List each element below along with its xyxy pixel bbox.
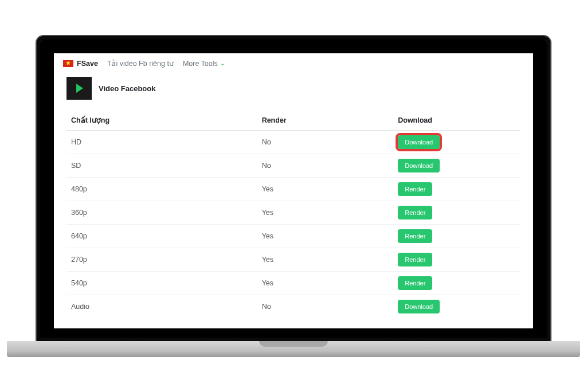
nav-link-more-label: More Tools bbox=[183, 60, 218, 68]
th-quality: Chất lượng bbox=[66, 110, 257, 131]
table-row: 540pYesRender bbox=[66, 272, 521, 295]
flag-icon: ★ bbox=[63, 60, 73, 67]
laptop-notch bbox=[259, 341, 328, 347]
cell-action: Render bbox=[393, 178, 521, 201]
play-icon bbox=[76, 84, 83, 93]
render-button[interactable]: Render bbox=[398, 253, 432, 266]
table-row: HDNoDownload bbox=[66, 131, 521, 154]
table-row: 360pYesRender bbox=[66, 201, 521, 225]
cell-render: Yes bbox=[257, 248, 394, 272]
cell-render: Yes bbox=[257, 201, 394, 225]
cell-quality: 540p bbox=[66, 272, 257, 295]
render-button[interactable]: Render bbox=[398, 182, 432, 196]
cell-quality: 270p bbox=[66, 248, 257, 272]
cell-action: Render bbox=[393, 225, 521, 248]
download-button[interactable]: Download bbox=[398, 159, 440, 173]
brand[interactable]: ★ FSave bbox=[63, 60, 98, 68]
laptop-bezel: ★ FSave Tải video Fb riêng tư More Tools… bbox=[36, 35, 551, 341]
table-row: SDNoDownload bbox=[66, 154, 521, 178]
nav-link-more-tools[interactable]: More Tools ⌄ bbox=[183, 60, 225, 68]
nav-link-private-video[interactable]: Tải video Fb riêng tư bbox=[107, 59, 174, 68]
video-title: Video Facebook bbox=[99, 84, 155, 93]
brand-label: FSave bbox=[77, 60, 98, 68]
cell-action: Download bbox=[393, 154, 521, 178]
cell-render: No bbox=[257, 295, 394, 319]
video-header: Video Facebook bbox=[66, 77, 521, 100]
cell-action: Render bbox=[393, 248, 521, 272]
laptop-frame: ★ FSave Tải video Fb riêng tư More Tools… bbox=[36, 35, 551, 357]
cell-action: Download bbox=[393, 131, 521, 154]
table-row: 480pYesRender bbox=[66, 178, 521, 201]
quality-table: Chất lượng Render Download HDNoDownloadS… bbox=[66, 110, 521, 318]
table-row: 270pYesRender bbox=[66, 248, 521, 272]
laptop-inner-bezel: ★ FSave Tải video Fb riêng tư More Tools… bbox=[40, 40, 547, 338]
screen-content: ★ FSave Tải video Fb riêng tư More Tools… bbox=[54, 53, 533, 328]
cell-quality: 480p bbox=[66, 178, 257, 201]
chevron-down-icon: ⌄ bbox=[220, 60, 225, 66]
render-button[interactable]: Render bbox=[398, 229, 432, 243]
cell-action: Download bbox=[393, 295, 521, 319]
video-thumbnail[interactable] bbox=[66, 77, 92, 100]
cell-action: Render bbox=[393, 201, 521, 225]
table-row: 640pYesRender bbox=[66, 225, 521, 248]
th-download: Download bbox=[393, 110, 521, 131]
cell-quality: HD bbox=[66, 131, 257, 154]
cell-render: No bbox=[257, 154, 394, 178]
navbar: ★ FSave Tải video Fb riêng tư More Tools… bbox=[54, 53, 533, 73]
download-button[interactable]: Download bbox=[398, 300, 440, 313]
cell-action: Render bbox=[393, 272, 521, 295]
cell-quality: 360p bbox=[66, 201, 257, 225]
laptop-base bbox=[7, 341, 580, 357]
cell-quality: 640p bbox=[66, 225, 257, 248]
cell-render: Yes bbox=[257, 178, 394, 201]
th-render: Render bbox=[257, 110, 394, 131]
cell-quality: Audio bbox=[66, 295, 257, 319]
cell-quality: SD bbox=[66, 154, 257, 178]
cell-render: Yes bbox=[257, 272, 394, 295]
render-button[interactable]: Render bbox=[398, 206, 432, 219]
cell-render: Yes bbox=[257, 225, 394, 248]
render-button[interactable]: Render bbox=[398, 276, 432, 290]
main-content: Video Facebook Chất lượng Render Downloa… bbox=[54, 73, 533, 318]
download-button[interactable]: Download bbox=[398, 135, 440, 149]
table-row: AudioNoDownload bbox=[66, 295, 521, 319]
cell-render: No bbox=[257, 131, 394, 154]
